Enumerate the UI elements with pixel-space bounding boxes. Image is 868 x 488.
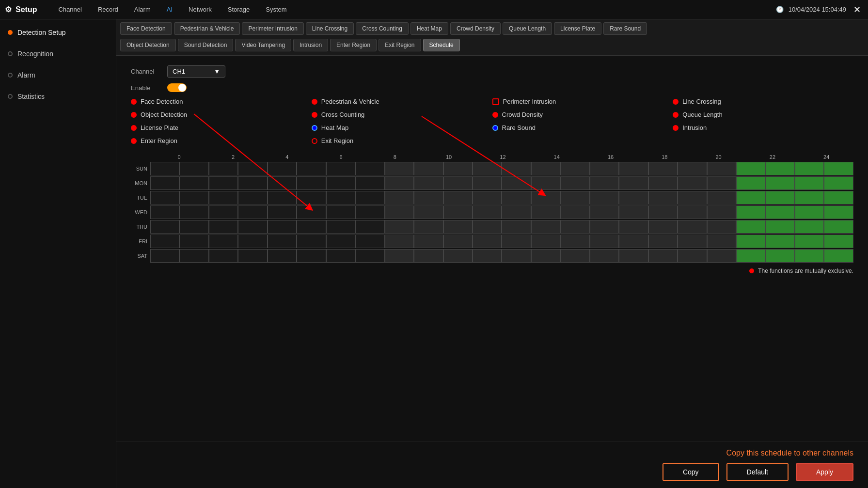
- tab-crowd-density[interactable]: Crowd Density: [450, 22, 501, 35]
- cell-sun-8[interactable]: [385, 162, 414, 175]
- cell-sat-7[interactable]: [355, 249, 384, 263]
- cell-thu-6[interactable]: [326, 220, 355, 234]
- cell-wed-5[interactable]: [297, 205, 326, 219]
- cell-sat-16[interactable]: [619, 249, 648, 263]
- cell-fri-22[interactable]: [795, 235, 824, 248]
- cell-sun-17[interactable]: [648, 162, 678, 175]
- cell-wed-6[interactable]: [326, 205, 355, 219]
- cell-fri-15[interactable]: [590, 235, 619, 248]
- cell-mon-9[interactable]: [414, 176, 443, 190]
- cell-thu-0[interactable]: [150, 220, 179, 234]
- nav-storage[interactable]: Storage: [221, 3, 257, 16]
- sidebar-item-detection-setup[interactable]: Detection Setup: [0, 22, 116, 43]
- cell-fri-11[interactable]: [473, 235, 502, 248]
- cell-wed-23[interactable]: [824, 205, 853, 219]
- cell-wed-20[interactable]: [736, 205, 765, 219]
- cell-thu-20[interactable]: [736, 220, 765, 234]
- cell-sun-16[interactable]: [619, 162, 648, 175]
- cell-fri-10[interactable]: [443, 235, 473, 248]
- cell-sat-17[interactable]: [648, 249, 678, 263]
- cell-mon-21[interactable]: [766, 176, 795, 190]
- cell-wed-15[interactable]: [590, 205, 619, 219]
- cell-thu-4[interactable]: [268, 220, 297, 234]
- cell-mon-22[interactable]: [795, 176, 824, 190]
- cell-sun-5[interactable]: [297, 162, 326, 175]
- sidebar-item-alarm[interactable]: Alarm: [0, 64, 116, 86]
- nav-ai[interactable]: AI: [160, 3, 179, 16]
- cell-thu-19[interactable]: [707, 220, 736, 234]
- cell-tue-3[interactable]: [238, 191, 267, 205]
- cell-sat-23[interactable]: [824, 249, 853, 263]
- cell-tue-9[interactable]: [414, 191, 443, 205]
- cell-wed-12[interactable]: [502, 205, 531, 219]
- tab-schedule[interactable]: Schedule: [423, 39, 460, 51]
- nav-channel[interactable]: Channel: [51, 3, 88, 16]
- cell-sun-23[interactable]: [824, 162, 853, 175]
- default-button[interactable]: Default: [726, 463, 789, 481]
- cell-mon-23[interactable]: [824, 176, 853, 190]
- cell-thu-3[interactable]: [238, 220, 267, 234]
- cell-sun-3[interactable]: [238, 162, 267, 175]
- det-license-plate[interactable]: License Plate: [131, 124, 312, 131]
- nav-network[interactable]: Network: [182, 3, 219, 16]
- cell-sun-1[interactable]: [179, 162, 208, 175]
- cell-thu-17[interactable]: [648, 220, 678, 234]
- cells-wed[interactable]: [150, 205, 853, 219]
- cell-thu-11[interactable]: [473, 220, 502, 234]
- cell-fri-9[interactable]: [414, 235, 443, 248]
- cell-wed-11[interactable]: [473, 205, 502, 219]
- cell-sat-10[interactable]: [443, 249, 473, 263]
- cells-thu[interactable]: [150, 220, 853, 234]
- close-icon[interactable]: ✕: [851, 4, 863, 15]
- cell-mon-20[interactable]: [736, 176, 765, 190]
- cell-sun-7[interactable]: [355, 162, 384, 175]
- cell-mon-7[interactable]: [355, 176, 384, 190]
- cell-mon-13[interactable]: [531, 176, 560, 190]
- cell-tue-23[interactable]: [824, 191, 853, 205]
- cell-sat-9[interactable]: [414, 249, 443, 263]
- cell-thu-9[interactable]: [414, 220, 443, 234]
- cell-wed-8[interactable]: [385, 205, 414, 219]
- cell-sun-18[interactable]: [678, 162, 707, 175]
- cell-tue-17[interactable]: [648, 191, 678, 205]
- cell-sat-5[interactable]: [297, 249, 326, 263]
- tab-sound-detection[interactable]: Sound Detection: [178, 39, 234, 51]
- det-object-detection[interactable]: Object Detection: [131, 111, 312, 118]
- cell-mon-1[interactable]: [179, 176, 208, 190]
- cell-wed-2[interactable]: [209, 205, 238, 219]
- cell-thu-8[interactable]: [385, 220, 414, 234]
- tab-object-detection[interactable]: Object Detection: [120, 39, 176, 51]
- cell-tue-1[interactable]: [179, 191, 208, 205]
- cell-sat-8[interactable]: [385, 249, 414, 263]
- cell-tue-12[interactable]: [502, 191, 531, 205]
- cell-mon-11[interactable]: [473, 176, 502, 190]
- cell-sat-12[interactable]: [502, 249, 531, 263]
- cell-sat-11[interactable]: [473, 249, 502, 263]
- cell-fri-23[interactable]: [824, 235, 853, 248]
- nav-alarm[interactable]: Alarm: [127, 3, 158, 16]
- cells-mon[interactable]: [150, 176, 853, 190]
- cell-thu-22[interactable]: [795, 220, 824, 234]
- sidebar-item-recognition[interactable]: Recognition: [0, 43, 116, 64]
- cell-thu-7[interactable]: [355, 220, 384, 234]
- cell-fri-5[interactable]: [297, 235, 326, 248]
- cell-thu-16[interactable]: [619, 220, 648, 234]
- cell-fri-0[interactable]: [150, 235, 179, 248]
- cells-fri[interactable]: [150, 235, 853, 248]
- cell-fri-17[interactable]: [648, 235, 678, 248]
- tab-line-crossing[interactable]: Line Crossing: [306, 22, 354, 35]
- det-queue-length[interactable]: Queue Length: [673, 111, 853, 118]
- cell-tue-19[interactable]: [707, 191, 736, 205]
- cell-mon-17[interactable]: [648, 176, 678, 190]
- cell-thu-10[interactable]: [443, 220, 473, 234]
- tab-rare-sound[interactable]: Rare Sound: [603, 22, 647, 35]
- cell-fri-1[interactable]: [179, 235, 208, 248]
- cell-mon-3[interactable]: [238, 176, 267, 190]
- det-enter-region[interactable]: Enter Region: [131, 137, 312, 144]
- cell-sat-0[interactable]: [150, 249, 179, 263]
- cell-mon-16[interactable]: [619, 176, 648, 190]
- cell-tue-20[interactable]: [736, 191, 765, 205]
- cell-mon-19[interactable]: [707, 176, 736, 190]
- cell-thu-1[interactable]: [179, 220, 208, 234]
- det-crowd-density[interactable]: Crowd Density: [492, 111, 673, 118]
